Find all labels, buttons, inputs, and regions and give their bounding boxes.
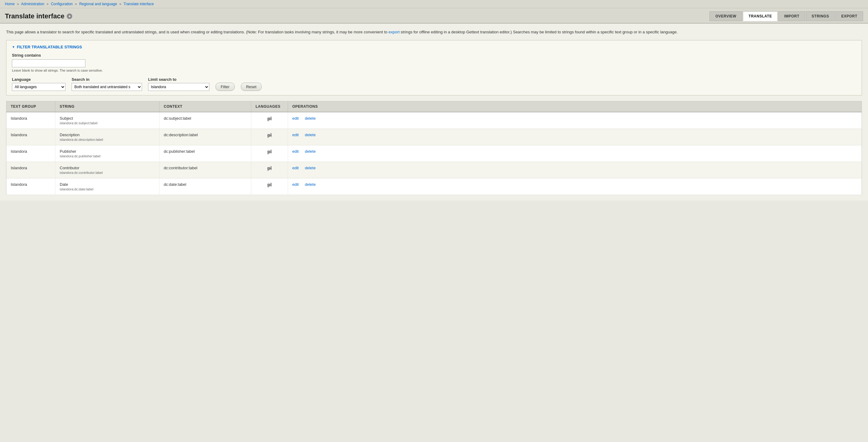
- description-text: This page allows a translator to search …: [6, 29, 862, 35]
- cell-text-group: Islandora: [6, 162, 55, 178]
- filter-row: Language All languages Search in Both tr…: [12, 77, 856, 91]
- table-header-row: TEXT GROUP STRING CONTEXT LANGUAGES OPER…: [6, 101, 862, 112]
- language-icon: pl: [267, 116, 272, 121]
- tab-bar: OVERVIEW TRANSLATE IMPORT STRINGS EXPORT: [709, 11, 863, 21]
- table-row: Islandora Description islandora:dc:descr…: [6, 129, 862, 145]
- language-label: Language: [12, 77, 65, 82]
- cell-text-group: Islandora: [6, 145, 55, 162]
- tab-strings[interactable]: STRINGS: [806, 11, 835, 21]
- filter-button[interactable]: Filter: [215, 83, 235, 91]
- cell-languages: pl: [251, 129, 288, 145]
- tab-translate[interactable]: TRANSLATE: [743, 11, 778, 21]
- cell-operations: edit delete: [288, 145, 862, 162]
- filter-box: ▼ FILTER TRANSLATABLE STRINGS String con…: [6, 40, 862, 95]
- filter-arrow-icon: ▼: [12, 45, 15, 49]
- string-main: Publisher: [60, 149, 155, 154]
- table-row: Islandora Subject islandora:dc:subject:l…: [6, 112, 862, 129]
- cell-context: dc:contributor:label: [159, 162, 251, 178]
- string-main: Date: [60, 182, 155, 187]
- cell-operations: edit delete: [288, 162, 862, 178]
- filter-title: ▼ FILTER TRANSLATABLE STRINGS: [12, 45, 856, 49]
- limit-select[interactable]: Islandora: [148, 83, 209, 91]
- string-contains-input[interactable]: [12, 59, 85, 67]
- add-icon[interactable]: +: [67, 13, 72, 19]
- edit-link[interactable]: edit: [292, 149, 299, 154]
- cell-string: Contributor islandora:dc:contributor:lab…: [55, 162, 159, 178]
- cell-languages: pl: [251, 112, 288, 129]
- language-select[interactable]: All languages: [12, 83, 65, 91]
- cell-context: dc:date:label: [159, 178, 251, 195]
- table-row: Islandora Date islandora:dc:date:label d…: [6, 178, 862, 195]
- breadcrumb-sep-2: »: [46, 2, 49, 6]
- language-icon: pl: [267, 166, 272, 171]
- tab-overview[interactable]: OVERVIEW: [709, 11, 742, 21]
- cell-languages: pl: [251, 162, 288, 178]
- cell-context: dc:publisher:label: [159, 145, 251, 162]
- limit-search-group: Limit search to Islandora: [148, 77, 209, 91]
- delete-link[interactable]: delete: [305, 149, 315, 154]
- cell-languages: pl: [251, 178, 288, 195]
- cell-operations: edit delete: [288, 112, 862, 129]
- string-contains-label: String contains: [12, 53, 856, 58]
- cell-text-group: Islandora: [6, 129, 55, 145]
- cell-string: Description islandora:dc:description:lab…: [55, 129, 159, 145]
- export-link[interactable]: export: [389, 30, 399, 34]
- breadcrumb-administration[interactable]: Administration: [21, 2, 44, 6]
- cell-string: Publisher islandora:dc:publisher:label: [55, 145, 159, 162]
- content-area: This page allows a translator to search …: [0, 24, 868, 200]
- edit-link[interactable]: edit: [292, 182, 299, 187]
- col-header-text-group: TEXT GROUP: [6, 101, 55, 112]
- search-in-select[interactable]: Both translated and untranslated s: [72, 83, 142, 91]
- edit-link[interactable]: edit: [292, 166, 299, 170]
- cell-context: dc:description:label: [159, 129, 251, 145]
- cell-operations: edit delete: [288, 129, 862, 145]
- edit-link[interactable]: edit: [292, 116, 299, 121]
- tab-export[interactable]: EXPORT: [836, 11, 863, 21]
- ops-cell: edit delete: [292, 166, 857, 170]
- edit-link[interactable]: edit: [292, 132, 299, 137]
- breadcrumb: Home » Administration » Configuration » …: [0, 0, 868, 8]
- cell-string: Date islandora:dc:date:label: [55, 178, 159, 195]
- delete-link[interactable]: delete: [305, 132, 315, 137]
- limit-label: Limit search to: [148, 77, 209, 82]
- language-icon: pl: [267, 132, 272, 138]
- breadcrumb-sep-3: »: [75, 2, 77, 6]
- cell-context: dc:subject:label: [159, 112, 251, 129]
- string-sub: islandora:dc:description:label: [60, 138, 155, 141]
- page-title-container: Translate interface +: [5, 12, 72, 20]
- delete-link[interactable]: delete: [305, 166, 315, 170]
- breadcrumb-home[interactable]: Home: [5, 2, 15, 6]
- table-row: Islandora Publisher islandora:dc:publish…: [6, 145, 862, 162]
- string-sub: islandora:dc:publisher:label: [60, 154, 155, 158]
- reset-button[interactable]: Reset: [241, 83, 262, 91]
- page-title: Translate interface: [5, 12, 64, 20]
- string-sub: islandora:dc:contributor:label: [60, 171, 155, 175]
- tab-import[interactable]: IMPORT: [778, 11, 805, 21]
- breadcrumb-configuration[interactable]: Configuration: [51, 2, 72, 6]
- table-row: Islandora Contributor islandora:dc:contr…: [6, 162, 862, 178]
- breadcrumb-sep-1: »: [17, 2, 19, 6]
- delete-link[interactable]: delete: [305, 116, 315, 121]
- breadcrumb-translate-interface[interactable]: Translate interface: [124, 2, 154, 6]
- breadcrumb-sep-4: »: [119, 2, 122, 6]
- col-header-languages: LANGUAGES: [251, 101, 288, 112]
- cell-operations: edit delete: [288, 178, 862, 195]
- string-sub: islandora:dc:subject:label: [60, 121, 155, 125]
- delete-link[interactable]: delete: [305, 182, 315, 187]
- language-icon: pl: [267, 149, 272, 154]
- search-in-group: Search in Both translated and untranslat…: [72, 77, 142, 91]
- cell-text-group: Islandora: [6, 178, 55, 195]
- language-group: Language All languages: [12, 77, 65, 91]
- cell-languages: pl: [251, 145, 288, 162]
- ops-cell: edit delete: [292, 182, 857, 187]
- string-main: Subject: [60, 116, 155, 121]
- col-header-string: STRING: [55, 101, 159, 112]
- string-main: Description: [60, 132, 155, 137]
- filter-hint: Leave blank to show all strings. The sea…: [12, 69, 856, 72]
- results-table: TEXT GROUP STRING CONTEXT LANGUAGES OPER…: [6, 101, 862, 195]
- breadcrumb-regional[interactable]: Regional and language: [79, 2, 117, 6]
- cell-text-group: Islandora: [6, 112, 55, 129]
- col-header-context: CONTEXT: [159, 101, 251, 112]
- cell-string: Subject islandora:dc:subject:label: [55, 112, 159, 129]
- ops-cell: edit delete: [292, 132, 857, 137]
